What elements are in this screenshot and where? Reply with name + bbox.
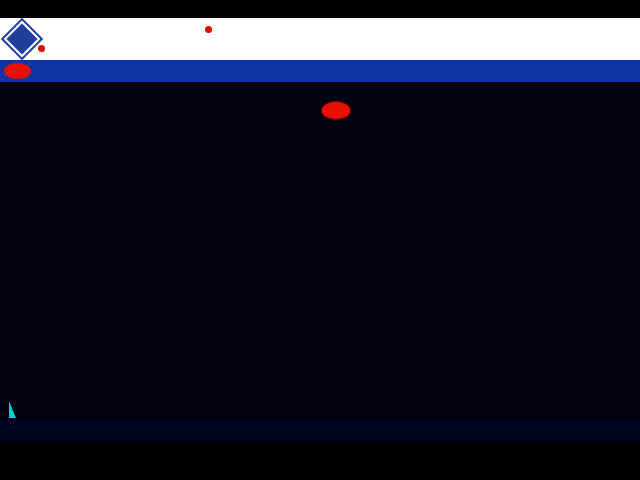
marker-flag[interactable] xyxy=(321,101,351,120)
trace-chart xyxy=(0,82,640,420)
rbw-coupled-dot-icon xyxy=(205,26,212,33)
trace-fragment-icon xyxy=(9,401,16,418)
analyzer-screen xyxy=(0,0,640,480)
rs-logo xyxy=(3,20,39,56)
title-bar xyxy=(0,0,640,18)
rs-logo-diamond xyxy=(4,21,41,58)
att-coupled-dot-icon xyxy=(38,45,45,52)
frequency-footer xyxy=(0,420,640,441)
marker-readout-bar xyxy=(0,60,640,82)
marker-badge xyxy=(4,63,31,79)
chart-svg xyxy=(0,82,640,420)
settings-band xyxy=(0,18,640,60)
softkey-bar xyxy=(0,441,640,480)
